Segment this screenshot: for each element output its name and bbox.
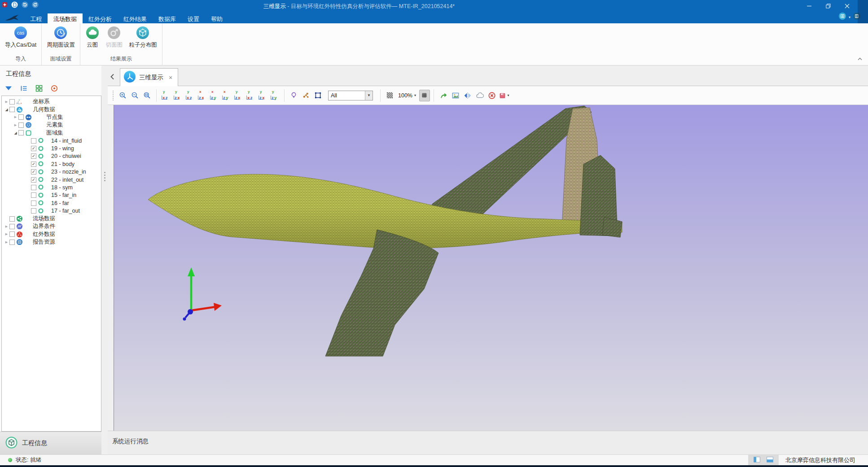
ribbon-button-period-face-icon[interactable]: 周期面设置 bbox=[44, 26, 78, 54]
view-iso-2-button[interactable]: y xz bbox=[245, 90, 256, 101]
zoom-out-button[interactable] bbox=[130, 90, 140, 101]
panel-splitter[interactable] bbox=[101, 65, 108, 454]
project-panel-bottom-tab[interactable]: 工程信息 bbox=[0, 432, 101, 454]
panel-tool-list-view-icon[interactable] bbox=[20, 84, 28, 92]
menu-item-3[interactable]: 红外结果 bbox=[118, 13, 153, 23]
tree-row[interactable]: ◢ 几何数据 bbox=[2, 105, 101, 113]
tree-row[interactable]: ✓ 23 - nozzle_in bbox=[2, 168, 101, 176]
tree-row[interactable]: 17 - far_out bbox=[2, 207, 101, 214]
tree-checkbox[interactable] bbox=[18, 130, 24, 135]
toggle-left-panel-button[interactable] bbox=[753, 456, 761, 465]
tree-checkbox[interactable] bbox=[31, 208, 36, 214]
export-button[interactable] bbox=[438, 90, 449, 101]
tree-checkbox[interactable] bbox=[18, 114, 24, 120]
view-iso-3-button[interactable]: y zx bbox=[258, 90, 268, 101]
minimize-button[interactable] bbox=[800, 0, 819, 12]
ribbon-button-contour-cloud-icon[interactable]: 云图 bbox=[82, 26, 103, 54]
tree-row[interactable]: ▶ 红外数据 bbox=[2, 231, 101, 238]
view-front-button[interactable]: y xz bbox=[161, 90, 171, 101]
panel-tool-grid-view-icon[interactable] bbox=[35, 84, 43, 92]
tree-row[interactable]: ✓ 20 - chuiwei bbox=[2, 153, 101, 160]
tree-checkbox[interactable] bbox=[31, 201, 36, 206]
undo-button[interactable] bbox=[22, 1, 28, 8]
tree-row[interactable]: ▶ 边界条件 bbox=[2, 223, 101, 230]
toggle-bottom-panel-button[interactable] bbox=[766, 456, 774, 465]
tree-checkbox[interactable] bbox=[9, 240, 15, 245]
view-bottom-button[interactable]: x zy bbox=[221, 90, 232, 101]
tree-expander[interactable]: ▶ bbox=[4, 100, 9, 104]
viewport-3d[interactable] bbox=[114, 105, 868, 431]
tree-row[interactable]: 流场数据 bbox=[2, 215, 101, 223]
tree-expander[interactable]: ▶ bbox=[13, 115, 18, 119]
tree-checkbox[interactable] bbox=[31, 138, 36, 144]
view-iso-1-button[interactable]: y zx bbox=[233, 90, 244, 101]
tree-expander[interactable]: ▶ bbox=[4, 232, 9, 236]
new-file-button[interactable] bbox=[11, 1, 18, 8]
style-switcher-button[interactable] bbox=[838, 12, 846, 22]
cloud-display-button[interactable] bbox=[474, 90, 485, 101]
tree-checkbox[interactable] bbox=[9, 107, 15, 112]
tree-checkbox[interactable]: ✓ bbox=[31, 153, 36, 159]
view-left-button[interactable]: y xz bbox=[185, 90, 196, 101]
dither-button[interactable] bbox=[385, 90, 395, 101]
tree-checkbox[interactable] bbox=[9, 99, 15, 105]
app-icon[interactable] bbox=[2, 2, 8, 8]
tree-checkbox[interactable] bbox=[18, 122, 24, 128]
menu-item-6[interactable]: 帮助 bbox=[205, 13, 228, 23]
surface-filter-combo[interactable]: All ▼ bbox=[328, 91, 373, 100]
menu-item-4[interactable]: 数据库 bbox=[153, 13, 182, 23]
view-back-button[interactable]: y zx bbox=[173, 90, 184, 101]
panel-tool-locate-icon[interactable] bbox=[50, 84, 58, 92]
menu-item-1[interactable]: 流场数据 bbox=[48, 13, 83, 23]
probe-light-button[interactable] bbox=[289, 90, 299, 101]
zoom-level-dropdown[interactable]: 100% ▾ bbox=[398, 92, 416, 99]
toolbar-grip[interactable] bbox=[113, 91, 114, 100]
view-top-button[interactable]: x zy bbox=[209, 90, 220, 101]
ribbon-collapse-button[interactable] bbox=[857, 54, 863, 62]
zoom-fit-button[interactable] bbox=[142, 90, 153, 101]
tab-3d-view[interactable]: 三维显示 × bbox=[120, 68, 178, 86]
menu-item-0[interactable]: 工程 bbox=[24, 13, 48, 23]
tree-row[interactable]: ◢ 面域集 bbox=[2, 129, 101, 137]
tree-expander[interactable]: ◢ bbox=[13, 131, 18, 135]
menu-item-5[interactable]: 设置 bbox=[182, 13, 205, 23]
save-view-button[interactable]: ▾ bbox=[499, 90, 509, 101]
view-iso-4-button[interactable]: y zy bbox=[270, 90, 281, 101]
cancel-button[interactable] bbox=[487, 90, 497, 101]
tab-scroll-left-button[interactable] bbox=[110, 74, 114, 80]
tree-expander[interactable]: ▶ bbox=[4, 240, 9, 244]
ribbon-button-slice-plane-icon[interactable]: 切面图 bbox=[103, 26, 126, 54]
tree-row[interactable]: 15 - far_in bbox=[2, 192, 101, 199]
tree-expander[interactable]: ▶ bbox=[13, 123, 18, 127]
mesh-toggle-button[interactable] bbox=[419, 90, 430, 101]
tree-checkbox[interactable]: ✓ bbox=[31, 169, 36, 175]
particle-trace-button[interactable] bbox=[301, 90, 311, 101]
splitter-grip[interactable] bbox=[104, 170, 105, 183]
panel-tool-filter-icon[interactable] bbox=[4, 84, 13, 92]
tree-row[interactable]: 16 - far bbox=[2, 199, 101, 207]
menu-item-2[interactable]: 红外分析 bbox=[83, 13, 118, 23]
combo-dropdown-icon[interactable]: ▼ bbox=[365, 91, 373, 100]
tree-checkbox[interactable] bbox=[31, 192, 36, 198]
tree-row[interactable]: ▶ 元素集 bbox=[2, 121, 101, 129]
tree-row[interactable]: ✓ 21 - body bbox=[2, 160, 101, 168]
tree-row[interactable]: 18 - sym bbox=[2, 183, 101, 191]
snapshot-button[interactable] bbox=[450, 90, 461, 101]
style-caret-icon[interactable]: ▾ bbox=[849, 15, 850, 19]
tree-checkbox[interactable]: ✓ bbox=[31, 146, 36, 151]
mirror-button[interactable] bbox=[462, 90, 473, 101]
tree-row[interactable]: ✓ 19 - wing bbox=[2, 144, 101, 152]
tree-expander[interactable]: ▶ bbox=[4, 225, 9, 228]
tree-row[interactable]: ▶ 节点集 bbox=[2, 113, 101, 121]
redo-button[interactable] bbox=[32, 1, 39, 8]
ribbon-button-cas-icon[interactable]: cas导入Cas/Dat bbox=[2, 26, 39, 54]
tree-row[interactable]: ✓ 22 - inlet_out bbox=[2, 176, 101, 183]
tree-checkbox[interactable] bbox=[9, 231, 15, 237]
tree-row[interactable]: ▶ yzx 坐标系 bbox=[2, 98, 101, 105]
tree-checkbox[interactable]: ✓ bbox=[31, 177, 36, 183]
tree-expander[interactable]: ◢ bbox=[4, 108, 9, 112]
close-button[interactable] bbox=[837, 0, 856, 12]
tree-checkbox[interactable] bbox=[9, 216, 15, 222]
restore-button[interactable] bbox=[819, 0, 837, 12]
tab-close-icon[interactable]: × bbox=[169, 74, 172, 81]
